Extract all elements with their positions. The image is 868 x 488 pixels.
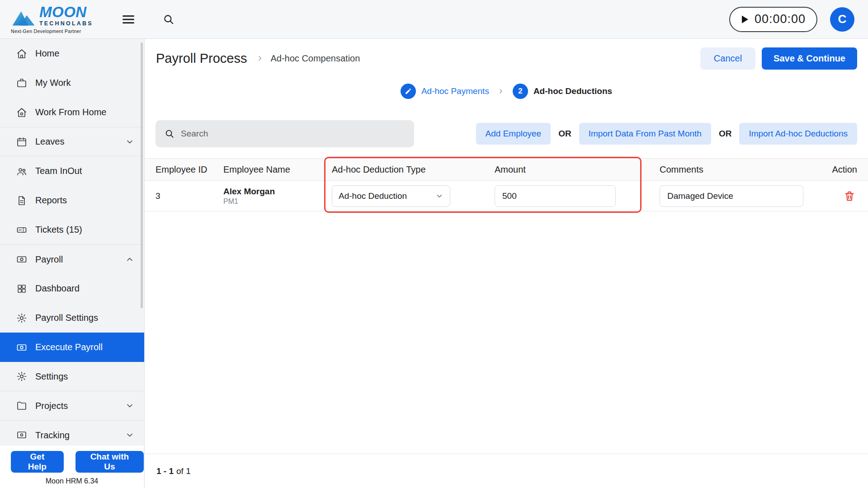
cancel-button[interactable]: Cancel xyxy=(700,47,755,70)
topbar-search-button[interactable] xyxy=(159,10,178,29)
step-adhoc-deductions[interactable]: 2 Ad-hoc Deductions xyxy=(513,84,612,99)
employee-name-cell: Alex Morgan PM1 xyxy=(223,187,332,206)
chevron-down-icon xyxy=(125,431,134,440)
timer-value: 00:00:00 xyxy=(755,12,806,26)
sidebar-item-tickets[interactable]: Tickets (15) xyxy=(0,215,144,244)
sidebar-item-execute-payroll[interactable]: Excecute Payroll xyxy=(0,333,144,362)
table-row: 3 Alex Morgan PM1 Ad-hoc Deduction xyxy=(145,181,868,211)
payroll-icon xyxy=(16,342,27,353)
step-number: 2 xyxy=(513,84,528,99)
payroll-icon xyxy=(16,254,27,265)
gear-icon xyxy=(16,313,27,324)
sidebar-scrollbar[interactable] xyxy=(141,42,143,308)
sidebar-item-work-from-home[interactable]: Work From Home xyxy=(0,98,144,127)
chevron-up-icon xyxy=(125,255,134,264)
or-label: OR xyxy=(719,129,732,139)
tracking-icon xyxy=(16,430,27,441)
home-icon xyxy=(16,48,27,59)
menu-icon xyxy=(122,14,135,25)
table-search xyxy=(156,120,414,147)
sidebar-item-dashboard[interactable]: Dashboard xyxy=(0,274,144,303)
folder-icon xyxy=(16,400,27,411)
search-icon xyxy=(165,129,175,139)
pagination-range: 1 - 1 xyxy=(156,466,174,476)
sidebar-item-my-work[interactable]: My Work xyxy=(0,68,144,98)
sidebar: Home My Work Work From Home Leaves xyxy=(0,39,145,488)
or-label: OR xyxy=(558,129,571,139)
chevron-right-icon xyxy=(256,54,264,62)
toolbar: Add Employee OR Import Data From Past Mo… xyxy=(145,120,868,147)
pencil-icon xyxy=(401,84,416,99)
brand-logo[interactable]: MOON TECHNOLABS Next-Gen Development Par… xyxy=(11,5,93,34)
moon-logo-icon xyxy=(11,9,36,27)
search-input[interactable] xyxy=(181,129,405,139)
sidebar-item-reports[interactable]: Reports xyxy=(0,186,144,215)
step-label: Ad-hoc Deductions xyxy=(533,86,612,96)
report-icon xyxy=(16,195,27,206)
chevron-down-icon xyxy=(435,192,443,200)
trash-icon xyxy=(844,190,855,202)
action-cell xyxy=(842,188,857,204)
add-employee-button[interactable]: Add Employee xyxy=(476,123,551,145)
search-icon xyxy=(163,14,175,25)
pagination-bar: 1 - 1 of 1 xyxy=(145,454,868,488)
chevron-right-icon xyxy=(497,88,505,95)
breadcrumb: Ad-hoc Compensation xyxy=(270,53,360,64)
deductions-table: Employee ID Employee Name Ad-hoc Deducti… xyxy=(145,158,868,211)
save-continue-button[interactable]: Save & Continue xyxy=(762,47,857,70)
col-employee-id: Employee ID xyxy=(156,164,223,175)
menu-toggle-button[interactable] xyxy=(118,10,138,28)
amount-cell xyxy=(495,185,660,207)
main-content: Payroll Process Ad-hoc Compensation Canc… xyxy=(145,39,868,488)
chevron-down-icon xyxy=(125,401,134,410)
page-title: Payroll Process xyxy=(156,51,247,66)
col-employee-name: Employee Name xyxy=(223,164,332,175)
sidebar-item-payroll[interactable]: Payroll xyxy=(0,244,144,274)
sidebar-item-team-inout[interactable]: Team InOut xyxy=(0,156,144,186)
table-header-row: Employee ID Employee Name Ad-hoc Deducti… xyxy=(145,158,868,181)
comments-input[interactable] xyxy=(660,185,803,207)
chat-with-us-button[interactable]: Chat with Us xyxy=(75,451,144,473)
deduction-type-cell: Ad-hoc Deduction xyxy=(332,185,495,207)
col-amount: Amount xyxy=(495,164,660,175)
dashboard-icon xyxy=(16,283,27,294)
people-icon xyxy=(16,166,27,177)
import-past-month-button[interactable]: Import Data From Past Month xyxy=(579,123,711,145)
ticket-icon xyxy=(16,225,27,235)
step-adhoc-payments[interactable]: Ad-hoc Payments xyxy=(401,84,489,99)
page-header: Payroll Process Ad-hoc Compensation Canc… xyxy=(145,39,868,78)
employee-name: Alex Morgan xyxy=(223,187,332,197)
sidebar-item-leaves[interactable]: Leaves xyxy=(0,127,144,156)
sidebar-item-home[interactable]: Home xyxy=(0,39,144,68)
app-version: Moon HRM 6.34 xyxy=(11,477,133,485)
sidebar-item-payroll-settings[interactable]: Payroll Settings xyxy=(0,303,144,333)
employee-role: PM1 xyxy=(223,197,332,206)
deduction-type-select[interactable]: Ad-hoc Deduction xyxy=(332,185,450,207)
brand-tagline: Next-Gen Development Partner xyxy=(11,28,93,34)
wfh-icon xyxy=(16,107,27,118)
topbar: MOON TECHNOLABS Next-Gen Development Par… xyxy=(0,0,868,39)
sidebar-item-settings[interactable]: Settings xyxy=(0,362,144,391)
play-icon xyxy=(741,15,749,24)
get-help-button[interactable]: Get Help xyxy=(11,451,64,473)
sidebar-footer: Get Help Chat with Us Moon HRM 6.34 xyxy=(0,446,144,488)
avatar[interactable]: C xyxy=(830,7,854,32)
col-comments: Comments xyxy=(660,164,809,175)
amount-input[interactable] xyxy=(495,185,616,207)
pagination-of: of 1 xyxy=(176,466,191,476)
timer-widget[interactable]: 00:00:00 xyxy=(729,7,817,32)
briefcase-icon xyxy=(16,78,27,89)
calendar-icon xyxy=(16,136,27,147)
col-deduction-type: Ad-hoc Deduction Type xyxy=(332,164,495,175)
sidebar-item-projects[interactable]: Projects xyxy=(0,391,144,421)
comments-cell xyxy=(660,185,809,207)
delete-row-button[interactable] xyxy=(842,188,857,204)
import-adhoc-deductions-button[interactable]: Import Ad-hoc Deductions xyxy=(739,123,857,145)
employee-id-cell: 3 xyxy=(156,191,223,201)
stepper: Ad-hoc Payments 2 Ad-hoc Deductions xyxy=(145,83,868,99)
step-label: Ad-hoc Payments xyxy=(421,86,489,96)
brand-name: MOON xyxy=(39,5,93,19)
brand-area: MOON TECHNOLABS Next-Gen Development Par… xyxy=(0,0,145,38)
selected-option: Ad-hoc Deduction xyxy=(339,191,407,201)
col-action: Action xyxy=(832,164,857,175)
